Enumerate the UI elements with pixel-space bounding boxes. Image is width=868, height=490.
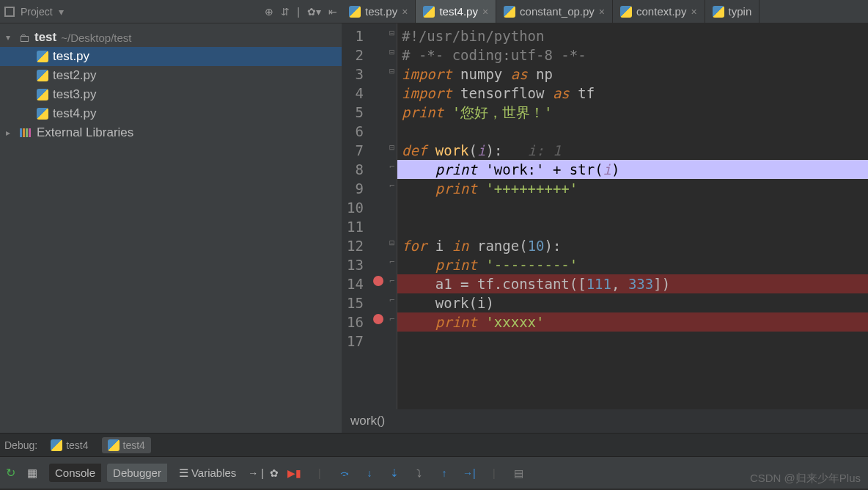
code-line-12[interactable]: for i in range(10): (397, 236, 868, 255)
chevron-down-icon[interactable]: ▾ (6, 32, 15, 43)
code-editor[interactable]: 1234567891011121314151617 ⊟⊟⊟⊟⌐⌐⊟⌐⌐⌐⌐ #!… (342, 23, 868, 433)
fold-gutter[interactable]: ⊟ (387, 62, 397, 81)
breakpoint-gutter[interactable] (369, 252, 387, 271)
fold-gutter[interactable]: ⌐ (387, 157, 397, 176)
debugger-tab[interactable]: Debugger (107, 464, 167, 482)
project-view-icon[interactable] (4, 7, 15, 17)
chevron-down-icon[interactable]: ▾ (59, 6, 64, 18)
collapse-icon[interactable]: ⇤ (328, 6, 337, 18)
fold-gutter[interactable] (387, 214, 397, 233)
line-number: 12 (345, 236, 364, 255)
evaluate-icon[interactable]: ▤ (509, 463, 529, 483)
force-step-icon[interactable]: ⤵ (409, 463, 430, 483)
fold-gutter[interactable]: ⊟ (387, 233, 397, 252)
code-line-6[interactable] (397, 122, 868, 141)
breakpoint-gutter[interactable] (369, 214, 387, 233)
breakpoint-gutter[interactable] (369, 290, 387, 310)
forward-icon[interactable]: → | (248, 467, 264, 479)
breakpoint-gutter[interactable] (369, 119, 387, 138)
svg-rect-1 (23, 128, 25, 137)
code-line-2[interactable]: # -*- coding:utf-8 -*- (397, 45, 868, 65)
project-path: ~/Desktop/test (61, 32, 131, 44)
editor-tab-4[interactable]: typin (705, 0, 760, 23)
fold-gutter[interactable]: ⌐ (387, 176, 397, 195)
layout-icon[interactable]: ▦ (21, 464, 43, 483)
breakpoint-gutter[interactable] (369, 310, 387, 329)
code-line-17[interactable] (397, 332, 868, 351)
code-line-5[interactable]: print '您好，世界！' (397, 103, 868, 122)
code-line-9[interactable]: print '+++++++++' (397, 179, 868, 198)
file-item-3[interactable]: test4.py (0, 104, 342, 123)
fold-gutter[interactable]: ⊟ (387, 23, 397, 43)
gear-small-icon[interactable]: ✿ (270, 467, 279, 479)
editor-tab-0[interactable]: test.py× (342, 0, 416, 23)
run-to-cursor-icon[interactable]: →| (459, 463, 479, 483)
code-line-11[interactable] (397, 217, 868, 236)
debug-config-1[interactable]: test4 (102, 437, 151, 453)
step-out-icon[interactable]: ↑ (434, 463, 455, 483)
breakpoint-gutter[interactable] (369, 195, 387, 214)
breakpoint-gutter[interactable] (369, 62, 387, 81)
breakpoint-gutter[interactable] (369, 138, 387, 157)
fold-gutter[interactable]: ⊟ (387, 138, 397, 157)
show-execution-icon[interactable]: ▶▮ (284, 463, 305, 483)
close-icon[interactable]: × (599, 6, 605, 18)
file-item-2[interactable]: test3.py (0, 85, 342, 104)
breakpoint-icon[interactable] (373, 314, 383, 324)
fold-gutter[interactable] (387, 329, 397, 348)
breakpoint-gutter[interactable] (369, 176, 387, 195)
gear-icon[interactable]: ✿▾ (307, 6, 321, 18)
file-item-0[interactable]: test.py (0, 47, 342, 66)
breakpoint-gutter[interactable] (369, 157, 387, 176)
breakpoint-gutter[interactable] (369, 100, 387, 119)
close-icon[interactable]: × (402, 6, 408, 18)
editor-tab-1[interactable]: test4.py× (416, 0, 496, 23)
breakpoint-gutter[interactable] (369, 23, 387, 43)
step-into-my-icon[interactable]: ⇣ (384, 463, 405, 483)
file-item-1[interactable]: test2.py (0, 66, 342, 85)
fold-gutter[interactable] (387, 81, 397, 100)
breakpoint-gutter[interactable] (369, 233, 387, 252)
debug-config-0[interactable]: test4 (45, 437, 94, 453)
step-into-icon[interactable]: ↓ (359, 463, 380, 483)
sort-icon[interactable]: ⇵ (281, 6, 290, 18)
step-over-icon[interactable]: ⤼ (334, 463, 355, 483)
code-line-10[interactable] (397, 198, 868, 217)
fold-gutter[interactable]: ⊟ (387, 43, 397, 62)
rerun-icon[interactable]: ↻ (6, 466, 15, 480)
code-line-8[interactable]: print 'work:' + str(i) (397, 160, 868, 179)
editor-tab-2[interactable]: constant_op.py× (496, 0, 613, 23)
code-line-1[interactable]: #!/usr/bin/python (397, 26, 868, 45)
editor-tab-3[interactable]: context.py× (613, 0, 705, 23)
code-line-16[interactable]: print 'xxxxx' (397, 312, 868, 332)
fold-gutter[interactable] (387, 119, 397, 138)
code-line-14[interactable]: a1 = tf.constant([111, 333]) (397, 274, 868, 293)
tab-label: typin (729, 5, 752, 18)
variables-tab[interactable]: ☰ Variables (173, 464, 242, 483)
breakpoint-gutter[interactable] (369, 329, 387, 348)
close-icon[interactable]: × (482, 6, 488, 18)
breakpoint-gutter[interactable] (369, 271, 387, 290)
code-line-4[interactable]: import tensorflow as tf (397, 84, 868, 103)
fold-gutter[interactable] (387, 100, 397, 119)
external-libraries[interactable]: ▸External Libraries (0, 123, 342, 142)
code-line-7[interactable]: def work(i): i: 1 (397, 141, 868, 160)
chevron-right-icon[interactable]: ▸ (6, 128, 15, 138)
console-tab[interactable]: Console (49, 464, 101, 482)
fold-gutter[interactable]: ⌐ (387, 252, 397, 271)
fold-gutter[interactable]: ⌐ (387, 290, 397, 310)
fold-gutter[interactable]: ⌐ (387, 271, 397, 290)
project-root[interactable]: ▾🗀test ~/Desktop/test (0, 28, 342, 47)
breakpoint-icon[interactable] (373, 276, 383, 286)
project-name: test (34, 30, 56, 45)
breakpoint-gutter[interactable] (369, 81, 387, 100)
fold-gutter[interactable]: ⌐ (387, 310, 397, 329)
code-line-3[interactable]: import numpy as np (397, 65, 868, 84)
code-line-15[interactable]: work(i) (397, 293, 868, 312)
close-icon[interactable]: × (691, 6, 696, 18)
breadcrumb[interactable]: work() (342, 409, 868, 433)
breakpoint-gutter[interactable] (369, 43, 387, 62)
target-icon[interactable]: ⊕ (265, 6, 273, 18)
fold-gutter[interactable] (387, 195, 397, 214)
code-line-13[interactable]: print '---------' (397, 255, 868, 274)
